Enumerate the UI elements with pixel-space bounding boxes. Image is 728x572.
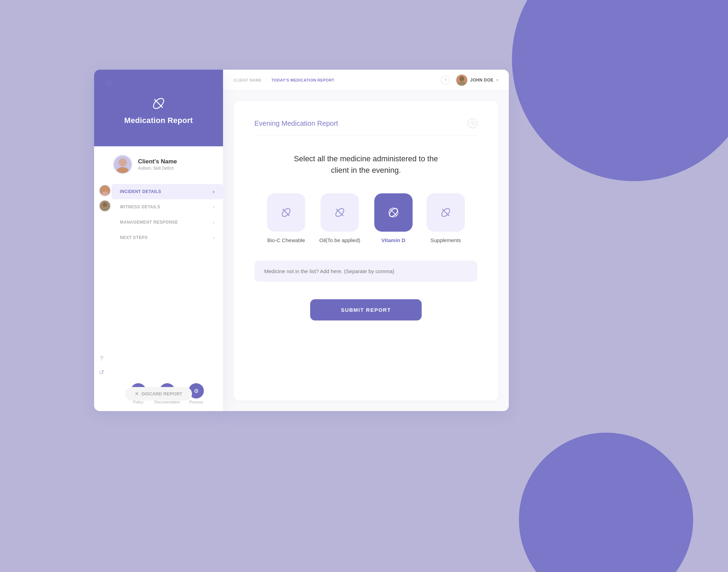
svg-point-4 bbox=[103, 202, 107, 207]
medicine-card-bio-c[interactable]: Bio-C Chewable bbox=[267, 193, 305, 243]
form-card-header: Evening Medication Report ⓘ bbox=[254, 118, 477, 136]
bg-decoration-top bbox=[512, 0, 728, 181]
menu-item-witness-details[interactable]: WITNESS DETAILS › bbox=[112, 199, 223, 215]
form-card: Evening Medication Report ⓘ Select all t… bbox=[233, 101, 498, 401]
sidebar-menu: INCIDENT DETAILS › WITNESS DETAILS › MAN… bbox=[112, 184, 223, 245]
medicine-icon-vitamin-d bbox=[374, 193, 413, 232]
chevron-icon-3: › bbox=[213, 235, 215, 240]
app-logo: ☺ bbox=[104, 77, 114, 88]
user-avatar-2[interactable] bbox=[99, 200, 111, 212]
topbar-right: ? JOHN DOE ▾ bbox=[441, 75, 498, 86]
menu-item-incident-details[interactable]: INCIDENT DETAILS › bbox=[112, 184, 223, 199]
svg-point-9 bbox=[457, 81, 466, 86]
medicine-icon-oil bbox=[321, 193, 359, 232]
sidebar: ☺ Medication Report bbox=[94, 70, 223, 411]
svg-line-15 bbox=[390, 209, 397, 216]
svg-point-5 bbox=[101, 207, 108, 212]
svg-line-1 bbox=[154, 99, 163, 108]
user-avatar-list bbox=[99, 185, 111, 212]
medicine-card-vitamin-d[interactable]: Vitamin D bbox=[374, 193, 413, 243]
info-icon[interactable]: ⓘ bbox=[468, 118, 477, 128]
submit-report-button[interactable]: SUBMIT REPORT bbox=[310, 299, 422, 320]
svg-point-2 bbox=[103, 187, 107, 191]
svg-point-8 bbox=[459, 76, 464, 81]
topbar-avatar bbox=[456, 75, 467, 86]
svg-line-13 bbox=[336, 209, 343, 216]
user-avatar-1[interactable] bbox=[99, 185, 111, 196]
chevron-icon-0: › bbox=[213, 189, 215, 194]
client-info: Client's Name Autism, Skill Deficit bbox=[138, 158, 177, 171]
client-section: Client's Name Autism, Skill Deficit bbox=[105, 146, 223, 178]
medicine-name-vitamin-d: Vitamin D bbox=[381, 237, 405, 243]
medicine-grid: Bio-C Chewable Oil(To be applied) bbox=[254, 193, 477, 243]
topbar-chevron-icon: ▾ bbox=[496, 78, 498, 83]
medicine-icon-bio-c bbox=[267, 193, 305, 232]
discard-label: DISCARD REPORT bbox=[141, 391, 182, 396]
bg-decoration-bottom bbox=[519, 433, 693, 572]
topbar-username: JOHN DOE bbox=[470, 78, 493, 83]
medicine-name-bio-c: Bio-C Chewable bbox=[267, 237, 305, 243]
form-card-title: Evening Medication Report bbox=[254, 119, 338, 127]
medicine-card-supplements[interactable]: Supplements bbox=[427, 193, 465, 243]
medicine-icon-supplements bbox=[427, 193, 465, 232]
process-label: Process bbox=[189, 400, 203, 404]
add-medicine-input[interactable] bbox=[254, 261, 477, 282]
chevron-icon-2: › bbox=[213, 219, 215, 225]
client-avatar bbox=[113, 155, 132, 174]
menu-item-next-steps[interactable]: NEXT STEPS › bbox=[112, 230, 223, 245]
breadcrumb-separator: › bbox=[266, 77, 267, 83]
svg-point-7 bbox=[117, 167, 129, 173]
client-condition: Autism, Skill Deficit bbox=[138, 166, 177, 171]
svg-line-18 bbox=[442, 209, 449, 216]
topbar-help-button[interactable]: ? bbox=[441, 76, 450, 85]
sidebar-help-icons: ? ↺ bbox=[99, 355, 104, 376]
medicine-name-oil: Oil(To be applied) bbox=[319, 237, 360, 243]
refresh-icon[interactable]: ↺ bbox=[99, 369, 104, 376]
breadcrumb-current: TODAY'S MEDICATION REPORT bbox=[271, 78, 335, 82]
svg-line-11 bbox=[283, 209, 290, 216]
help-icon[interactable]: ? bbox=[100, 355, 103, 362]
medicine-card-oil[interactable]: Oil(To be applied) bbox=[319, 193, 360, 243]
medicine-name-supplements: Supplements bbox=[430, 237, 461, 243]
sidebar-title: Medication Report bbox=[124, 116, 193, 125]
discard-icon: ✕ bbox=[135, 391, 139, 396]
main-topbar: CLIENT NAME › TODAY'S MEDICATION REPORT … bbox=[223, 70, 509, 91]
pill-icon bbox=[150, 94, 168, 113]
discard-report-button[interactable]: ✕ DISCARD REPORT bbox=[125, 387, 192, 401]
main-content: CLIENT NAME › TODAY'S MEDICATION REPORT … bbox=[223, 70, 509, 411]
chevron-icon-1: › bbox=[213, 204, 215, 210]
form-instruction: Select all the medicine administered to … bbox=[254, 153, 477, 176]
svg-point-3 bbox=[101, 192, 108, 196]
menu-item-management-response[interactable]: MANAGEMENT RESPONSE › bbox=[112, 215, 223, 230]
svg-point-6 bbox=[118, 159, 127, 167]
app-wrapper: ☺ Medication Report bbox=[94, 70, 509, 411]
topbar-user[interactable]: JOHN DOE ▾ bbox=[456, 75, 498, 86]
breadcrumb-home: CLIENT NAME bbox=[233, 78, 262, 82]
client-name: Client's Name bbox=[138, 158, 177, 165]
